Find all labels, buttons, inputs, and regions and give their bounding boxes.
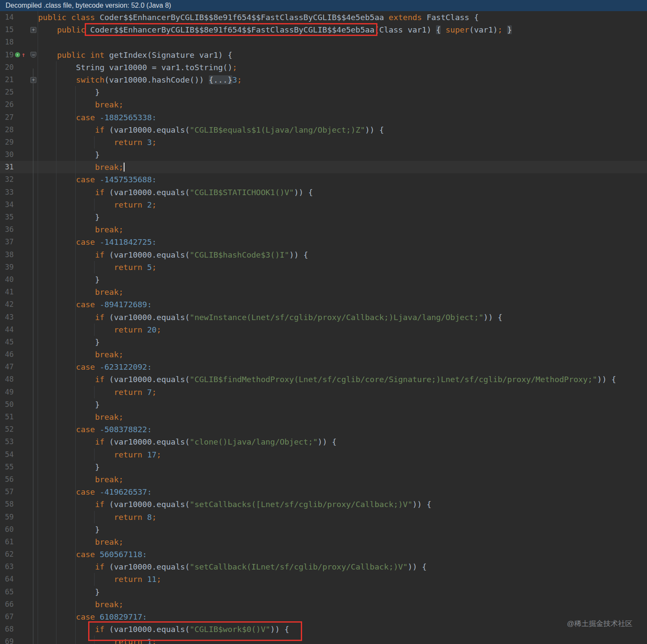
code-text-area[interactable]: } — [38, 398, 647, 411]
code-text-area[interactable]: return 5; — [38, 261, 647, 273]
code-text-area[interactable]: break; — [38, 98, 647, 111]
gutter-cell: 42 — [0, 298, 38, 311]
indent-guide — [56, 473, 56, 486]
code-text-area[interactable]: if (var10000.equals("CGLIB$equals$1(Ljav… — [38, 124, 647, 136]
code-text-area[interactable]: if (var10000.equals("setCallback(ILnet/s… — [38, 561, 647, 573]
code-text-area[interactable]: break; — [38, 598, 647, 611]
code-line: 49return 7; — [0, 386, 647, 398]
code-text-area[interactable]: case 610829717: — [38, 611, 647, 623]
code-tokens: break; — [95, 286, 123, 298]
code-token: } — [95, 588, 100, 597]
code-token — [502, 25, 507, 34]
code-text-area[interactable]: break; — [38, 161, 647, 173]
code-token: case — [76, 425, 100, 434]
line-number: 58 — [0, 498, 14, 510]
code-text-area[interactable]: return 11; — [38, 573, 647, 585]
code-text-area[interactable]: } — [38, 336, 647, 348]
indent-guide — [75, 111, 76, 124]
indent-guide — [94, 511, 95, 523]
code-text-area[interactable]: break; — [38, 223, 647, 236]
fold-collapse-icon[interactable]: − — [30, 52, 36, 58]
code-text-area[interactable]: return 8; — [38, 511, 647, 523]
code-text-area[interactable]: } — [38, 273, 647, 286]
fold-expand-icon[interactable]: + — [30, 77, 36, 83]
code-text-area[interactable]: case -419626537: — [38, 486, 647, 498]
code-token: 17 — [147, 450, 157, 459]
code-token: break — [95, 413, 119, 421]
code-text-area[interactable]: break; — [38, 348, 647, 361]
code-text-area[interactable]: if (var10000.equals("clone()Ljava/lang/O… — [38, 436, 647, 448]
indent-guide — [56, 161, 56, 173]
code-tokens: } — [95, 86, 100, 98]
gutter-cell: 31 — [0, 161, 38, 173]
code-text-area[interactable]: if (var10000.equals("CGLIB$work$0()V")) … — [38, 623, 647, 635]
fold-expand-icon[interactable]: + — [30, 27, 36, 33]
code-text-area[interactable]: switch(var10000.hashCode()) {...}3; — [38, 74, 647, 86]
indent-guide — [75, 199, 76, 211]
indent-guide — [75, 348, 76, 361]
indent-guide — [75, 536, 76, 548]
code-text-area[interactable]: } — [38, 523, 647, 536]
code-line: 30} — [0, 148, 647, 161]
code-tokens: return 1; — [114, 635, 157, 644]
code-token: return — [114, 513, 147, 522]
code-text-area[interactable]: if (var10000.equals("CGLIB$hashCode$3()I… — [38, 249, 647, 261]
line-number: 28 — [0, 124, 14, 136]
indent-guide — [56, 573, 56, 585]
code-text-area[interactable]: String var10000 = var1.toString(); — [38, 61, 647, 74]
code-text-area[interactable] — [38, 36, 647, 48]
code-text-area[interactable]: case -1457535688: — [38, 173, 647, 186]
code-token: "setCallbacks([Lnet/sf/cglib/proxy/Callb… — [190, 500, 412, 509]
text-caret — [124, 163, 125, 172]
code-text-area[interactable]: return 7; — [38, 386, 647, 398]
code-text-area[interactable]: } — [38, 461, 647, 473]
code-token: ; — [152, 637, 157, 644]
code-token: break — [95, 163, 119, 172]
code-text-area[interactable]: return 20; — [38, 323, 647, 336]
code-token: FastClass { — [422, 13, 479, 22]
gutter-cell: 36 — [0, 223, 38, 236]
indent-guide — [56, 348, 56, 361]
code-text-area[interactable]: break; — [38, 473, 647, 486]
indent-guide — [56, 148, 56, 161]
code-text-area[interactable]: public int getIndex(Signature var1) { — [38, 49, 647, 61]
line-number: 33 — [0, 186, 14, 199]
code-text-area[interactable]: if (var10000.equals("CGLIB$findMethodPro… — [38, 373, 647, 386]
code-text-area[interactable]: public Coder$$EnhancerByCGLIB$$8e91f654$… — [38, 24, 647, 36]
code-token: break — [95, 600, 119, 609]
code-text-area[interactable]: return 3; — [38, 136, 647, 148]
code-text-area[interactable]: } — [38, 148, 647, 161]
code-text-area[interactable]: } — [38, 586, 647, 598]
code-text-area[interactable]: case -1411842725: — [38, 236, 647, 248]
code-text-area[interactable]: return 1; — [38, 635, 647, 644]
code-text-area[interactable]: case -1882565338: — [38, 111, 647, 124]
code-text-area[interactable]: } — [38, 211, 647, 223]
code-line: 65} — [0, 586, 647, 598]
code-text-area[interactable]: if (var10000.equals("CGLIB$STATICHOOK1()… — [38, 186, 647, 199]
code-token: extends — [389, 13, 422, 22]
code-text-area[interactable]: break; — [38, 411, 647, 423]
code-text-area[interactable]: return 17; — [38, 448, 647, 461]
code-text-area[interactable]: } — [38, 86, 647, 98]
indent-guide — [75, 361, 76, 373]
code-text-area[interactable]: case -508378822: — [38, 423, 647, 436]
code-text-area[interactable]: if (var10000.equals("setCallbacks([Lnet/… — [38, 498, 647, 510]
code-tokens: case -1457535688: — [76, 173, 157, 186]
code-text-area[interactable]: case 560567118: — [38, 548, 647, 561]
code-rows[interactable]: 14public class Coder$$EnhancerByCGLIB$$8… — [0, 11, 647, 644]
code-text-area[interactable]: if (var10000.equals("newInstance(Lnet/sf… — [38, 311, 647, 323]
code-tokens: if (var10000.equals("CGLIB$equals$1(Ljav… — [95, 124, 384, 136]
code-token: ; — [119, 413, 123, 421]
code-text-area[interactable]: case -894172689: — [38, 298, 647, 311]
override-method-icon[interactable]: ↑↑ — [15, 52, 25, 58]
code-text-area[interactable]: public class Coder$$EnhancerByCGLIB$$8e9… — [38, 11, 647, 24]
code-text-area[interactable]: case -623122092: — [38, 361, 647, 373]
gutter-cell: 43 — [0, 311, 38, 323]
code-tokens: case 610829717: — [76, 611, 147, 623]
code-text-area[interactable]: return 2; — [38, 199, 647, 211]
line-number: 21 — [0, 74, 14, 86]
code-text-area[interactable]: break; — [38, 536, 647, 548]
code-text-area[interactable]: break; — [38, 286, 647, 298]
gutter-cell: 25 — [0, 86, 38, 98]
gutter-cell: 47 — [0, 361, 38, 373]
